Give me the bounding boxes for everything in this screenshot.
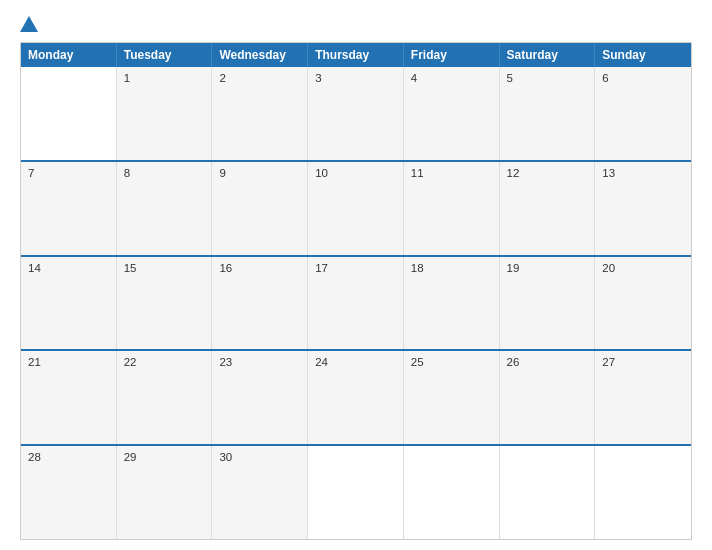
calendar-cell: 17: [308, 257, 404, 350]
day-number: 5: [507, 72, 588, 84]
calendar-cell: [308, 446, 404, 539]
day-number: 21: [28, 356, 109, 368]
calendar-cell: 16: [212, 257, 308, 350]
day-number: 28: [28, 451, 109, 463]
calendar-week: 123456: [21, 67, 691, 160]
day-number: 20: [602, 262, 684, 274]
calendar-week: 21222324252627: [21, 349, 691, 444]
calendar-cell: [21, 67, 117, 160]
calendar-cell: [595, 446, 691, 539]
calendar-body: 1234567891011121314151617181920212223242…: [21, 67, 691, 539]
day-number: 3: [315, 72, 396, 84]
calendar-week: 78910111213: [21, 160, 691, 255]
calendar-cell: 23: [212, 351, 308, 444]
calendar-cell: 30: [212, 446, 308, 539]
calendar-cell: 11: [404, 162, 500, 255]
calendar-cell: 24: [308, 351, 404, 444]
calendar-header-cell: Wednesday: [212, 43, 308, 67]
calendar-cell: 7: [21, 162, 117, 255]
calendar-header-cell: Saturday: [500, 43, 596, 67]
day-number: 9: [219, 167, 300, 179]
calendar-cell: 22: [117, 351, 213, 444]
day-number: 4: [411, 72, 492, 84]
day-number: 18: [411, 262, 492, 274]
day-number: 13: [602, 167, 684, 179]
calendar-cell: [404, 446, 500, 539]
calendar-cell: 19: [500, 257, 596, 350]
calendar-header-cell: Thursday: [308, 43, 404, 67]
calendar-header-cell: Sunday: [595, 43, 691, 67]
calendar-cell: 20: [595, 257, 691, 350]
calendar-cell: 25: [404, 351, 500, 444]
day-number: 22: [124, 356, 205, 368]
calendar-cell: 12: [500, 162, 596, 255]
calendar-header-cell: Friday: [404, 43, 500, 67]
day-number: 15: [124, 262, 205, 274]
day-number: 26: [507, 356, 588, 368]
calendar-cell: 13: [595, 162, 691, 255]
calendar-cell: 10: [308, 162, 404, 255]
calendar-cell: 9: [212, 162, 308, 255]
calendar-cell: 18: [404, 257, 500, 350]
day-number: 16: [219, 262, 300, 274]
calendar-cell: 27: [595, 351, 691, 444]
day-number: 10: [315, 167, 396, 179]
calendar-week: 14151617181920: [21, 255, 691, 350]
calendar-cell: 4: [404, 67, 500, 160]
day-number: 6: [602, 72, 684, 84]
calendar-cell: 2: [212, 67, 308, 160]
day-number: 11: [411, 167, 492, 179]
day-number: 24: [315, 356, 396, 368]
calendar-cell: [500, 446, 596, 539]
day-number: 30: [219, 451, 300, 463]
calendar-cell: 26: [500, 351, 596, 444]
day-number: 29: [124, 451, 205, 463]
calendar-cell: 29: [117, 446, 213, 539]
logo-blue-row: [20, 18, 40, 32]
calendar-cell: 5: [500, 67, 596, 160]
calendar-cell: 6: [595, 67, 691, 160]
day-number: 12: [507, 167, 588, 179]
calendar-cell: 21: [21, 351, 117, 444]
day-number: 2: [219, 72, 300, 84]
calendar-cell: 28: [21, 446, 117, 539]
calendar-week: 282930: [21, 444, 691, 539]
logo-triangle-icon: [20, 16, 38, 32]
day-number: 8: [124, 167, 205, 179]
calendar-header-cell: Tuesday: [117, 43, 213, 67]
day-number: 27: [602, 356, 684, 368]
calendar-cell: 8: [117, 162, 213, 255]
logo: [20, 18, 40, 32]
day-number: 17: [315, 262, 396, 274]
calendar-cell: 3: [308, 67, 404, 160]
day-number: 7: [28, 167, 109, 179]
calendar-page: MondayTuesdayWednesdayThursdayFridaySatu…: [0, 0, 712, 550]
day-number: 23: [219, 356, 300, 368]
calendar-header-row: MondayTuesdayWednesdayThursdayFridaySatu…: [21, 43, 691, 67]
day-number: 25: [411, 356, 492, 368]
calendar-cell: 1: [117, 67, 213, 160]
calendar-grid: MondayTuesdayWednesdayThursdayFridaySatu…: [20, 42, 692, 540]
page-header: [20, 18, 692, 32]
calendar-cell: 15: [117, 257, 213, 350]
calendar-header-cell: Monday: [21, 43, 117, 67]
day-number: 19: [507, 262, 588, 274]
calendar-cell: 14: [21, 257, 117, 350]
day-number: 1: [124, 72, 205, 84]
day-number: 14: [28, 262, 109, 274]
